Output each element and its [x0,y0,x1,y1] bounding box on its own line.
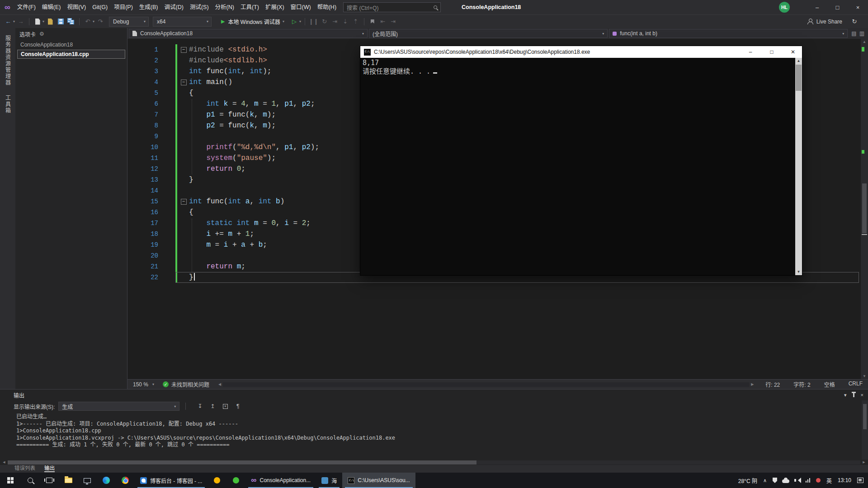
undo-dropdown-icon[interactable]: ▾ [93,19,94,23]
menu-item[interactable]: 文件(F) [14,0,39,14]
console-output[interactable]: 8,17请按任意键继续. . . [360,58,795,275]
taskbar-file-explorer-button[interactable] [59,473,78,488]
step-into-icon[interactable]: ⇣ [341,16,350,27]
new-file-dropdown-icon[interactable]: ▾ [42,19,44,23]
step-out-icon[interactable]: ⇡ [351,16,360,27]
solution-platform-select[interactable]: x64 ▾ [153,17,212,27]
fold-collapse-icon[interactable]: − [181,199,187,205]
taskbar-green-app-button[interactable] [226,473,245,488]
scrollbar-thumb[interactable] [796,65,802,91]
console-minimize-button[interactable]: – [741,46,760,58]
console-scrollbar[interactable]: ▲ ▼ [795,58,802,275]
clock[interactable]: 13:10 [838,477,851,483]
start-button[interactable] [0,473,21,488]
scroll-up-icon[interactable]: ▲ [861,39,868,45]
project-dropdown[interactable]: ConsoleApplication18 ▾ [129,29,368,38]
scroll-left-icon[interactable]: ◀ [1,460,7,464]
taskbar-monitor-button[interactable] [78,473,97,488]
menu-item[interactable]: 分析(N) [212,0,237,14]
menu-item[interactable]: Git(G) [89,0,111,14]
taskbar-app-button[interactable]: ConsoleApplication... [245,473,316,488]
new-file-icon[interactable] [33,16,42,27]
weather-widget[interactable]: 28°C 阴 [738,477,757,484]
member-dropdown[interactable]: func(int a, int b) ▾ [609,29,848,38]
menu-item[interactable]: 帮助(H) [314,0,340,14]
scrollbar-track[interactable] [223,382,749,387]
maximize-button[interactable]: □ [827,0,848,14]
menu-item[interactable]: 生成(B) [136,0,161,14]
cloud-icon[interactable] [782,479,789,483]
status-column[interactable]: 字符: 2 [793,380,810,388]
account-avatar[interactable]: HL [779,2,790,13]
file-tab-item[interactable]: ConsoleApplication18.cpp [17,50,125,59]
taskbar-app-button[interactable]: 海 [316,473,342,488]
scroll-right-icon[interactable]: ▶ [861,460,867,464]
fold-collapse-icon[interactable]: − [181,80,187,85]
window-position-icon[interactable]: ▾ [844,392,847,398]
taskbar-chrome-button[interactable] [116,473,135,488]
hidden-icons-chevron-icon[interactable]: ∧ [763,478,767,483]
close-icon[interactable]: × [861,392,863,398]
scroll-down-icon[interactable]: ▼ [795,269,802,275]
scope-dropdown[interactable]: (全局范围) ▾ [369,29,608,38]
feedback-bell-icon[interactable]: ↻ [850,16,859,27]
shield-icon[interactable] [773,478,777,483]
file-tab-item[interactable]: ConsoleApplication18 [17,41,125,49]
taskbar-browser-button[interactable] [97,473,116,488]
output-source-select[interactable]: 生成 ▾ [58,402,179,411]
live-share-button[interactable]: Live Share ↻ [807,16,864,27]
console-window[interactable]: C:\Users\ASUS\source\repos\ConsoleApplic… [360,46,802,275]
output-vertical-scrollbar[interactable] [862,400,868,460]
hot-reload-icon[interactable]: ↻ [320,16,329,27]
scroll-right-icon[interactable]: ▶ [749,382,755,386]
undo-icon[interactable]: ↶ [83,16,92,27]
scroll-left-icon[interactable]: ◀ [217,382,223,386]
menu-item[interactable]: 编辑(E) [39,0,64,14]
scrollbar-track[interactable] [8,460,860,465]
word-wrap-icon[interactable]: ¶ [233,402,242,411]
panel-tab-错误列表[interactable]: 错误列表 [14,465,35,471]
status-indent[interactable]: 空格 [824,380,835,388]
menu-item[interactable]: 测试(S) [187,0,212,14]
split-window-icon[interactable]: ▥ [859,30,864,37]
break-all-icon[interactable]: ❙❙ [309,16,319,27]
menu-item[interactable]: 视图(V) [64,0,89,14]
find-previous-message-icon[interactable]: ↥ [208,402,217,411]
open-file-icon[interactable] [46,16,55,27]
close-button[interactable]: × [848,0,868,14]
solution-configuration-select[interactable]: Debug ▾ [109,17,149,27]
taskbar-app-button[interactable]: 博客后台 - 博客园 - ... [135,473,208,488]
output-log[interactable]: 已启动生成…1>------ 已启动生成: 项目: ConsoleApplica… [0,412,868,460]
navigate-back-icon[interactable]: ← [4,16,13,27]
ime-indicator[interactable]: 英 [826,477,832,484]
zoom-select[interactable]: 150 % ▾ [130,380,158,389]
tool-window-tab[interactable]: 工具箱 [4,95,12,114]
scrollbar-thumb[interactable] [863,404,867,429]
taskbar-yellow-app-button[interactable] [208,473,226,488]
clear-all-icon[interactable]: × [221,402,230,411]
start-debugging-button[interactable]: ▶ 本地 Windows 调试器 ▾ [217,16,288,27]
quick-search-input[interactable]: 搜索 (Ctrl+Q) [343,2,441,12]
editor-horizontal-scrollbar[interactable]: ◀ ▶ [217,381,755,388]
volume-icon[interactable] [794,478,801,483]
menu-item[interactable]: 项目(P) [111,0,136,14]
gear-icon[interactable]: ⚙ [39,31,44,37]
next-bookmark-icon[interactable]: ⇥ [389,16,398,27]
taskbar-search-button[interactable] [21,473,40,488]
fold-collapse-icon[interactable]: − [181,47,187,53]
taskbar-task-view-button[interactable] [40,473,59,488]
badge-icon[interactable] [816,478,821,483]
bookmark-icon[interactable] [368,16,377,27]
network-icon[interactable] [806,478,811,483]
console-close-button[interactable]: ✕ [784,46,802,58]
find-next-message-icon[interactable]: ↧ [195,402,204,411]
action-center-icon[interactable] [857,478,863,483]
document-outline-icon[interactable]: ▤ [851,30,856,37]
menu-item[interactable]: 扩展(X) [262,0,288,14]
save-all-icon[interactable] [66,16,75,27]
scrollbar-thumb[interactable] [862,183,867,233]
step-over-icon[interactable]: ⇥ [330,16,340,27]
menu-item[interactable]: 工具(T) [237,0,262,14]
output-horizontal-scrollbar[interactable]: ◀ ▶ [0,460,868,465]
pin-icon[interactable] [853,393,854,397]
